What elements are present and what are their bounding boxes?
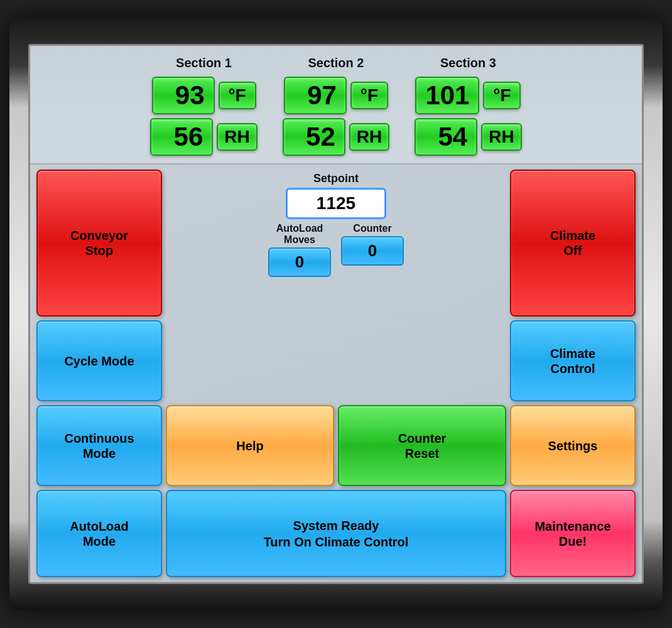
setpoint-label: Setpoint xyxy=(313,172,359,185)
section2-rh-value: 52 xyxy=(283,118,345,156)
outer-frame: Section 1 93 °F 56 RH Section 2 97 °F xyxy=(9,19,663,609)
counter-reset-button[interactable]: CounterReset xyxy=(338,405,506,486)
section3-rh-value: 54 xyxy=(415,118,477,156)
control-section: ConveyorStop Setpoint AutoLoadMoves 0 Co… xyxy=(30,165,642,582)
section2-temp-unit: °F xyxy=(350,82,388,109)
section3-temp-unit: °F xyxy=(483,82,521,109)
section1-temp-unit: °F xyxy=(219,82,256,109)
section1-rh-row: 56 RH xyxy=(150,118,257,156)
autoload-moves-value: 0 xyxy=(268,247,331,277)
climate-control-button[interactable]: ClimateControl xyxy=(510,320,636,401)
autoload-mode-button[interactable]: AutoLoadMode xyxy=(36,490,162,577)
counter-cell: Counter 0 xyxy=(341,223,404,266)
section2-temp-value: 97 xyxy=(284,77,347,114)
section1-temp-value: 93 xyxy=(152,77,215,114)
autoload-moves-cell: AutoLoadMoves 0 xyxy=(268,223,331,277)
counter-label: Counter xyxy=(353,223,391,234)
help-counter-row: Help CounterReset xyxy=(166,405,506,486)
autoload-moves-label: AutoLoadMoves xyxy=(276,223,323,246)
section2-title: Section 2 xyxy=(308,56,364,70)
center-row2-spacer xyxy=(166,320,506,401)
section2-rh-row: 52 RH xyxy=(283,118,389,156)
section1-rh-unit: RH xyxy=(217,123,257,151)
section2-rh-unit: RH xyxy=(349,123,389,151)
status-bar: System ReadyTurn On Climate Control xyxy=(166,490,506,577)
sensor-group-1: Section 1 93 °F 56 RH xyxy=(150,56,257,156)
cycle-mode-button[interactable]: Cycle Mode xyxy=(36,320,162,401)
setpoint-input[interactable] xyxy=(286,188,386,219)
continuous-mode-button[interactable]: ContinuousMode xyxy=(36,405,162,486)
section1-temp-row: 93 °F xyxy=(152,77,256,114)
screen: Section 1 93 °F 56 RH Section 2 97 °F xyxy=(28,44,644,584)
counters-container: AutoLoadMoves 0 Counter 0 xyxy=(172,223,500,277)
section3-rh-row: 54 RH xyxy=(415,118,521,156)
maintenance-due-button[interactable]: MaintenanceDue! xyxy=(510,490,636,577)
settings-button[interactable]: Settings xyxy=(510,405,636,486)
section3-rh-unit: RH xyxy=(481,123,521,151)
conveyor-stop-button[interactable]: ConveyorStop xyxy=(36,170,162,317)
sensor-group-3: Section 3 101 °F 54 RH xyxy=(415,56,521,156)
section2-temp-row: 97 °F xyxy=(284,77,388,114)
section3-temp-value: 101 xyxy=(415,77,479,114)
counter-value: 0 xyxy=(341,236,404,266)
section1-title: Section 1 xyxy=(176,56,232,70)
section3-title: Section 3 xyxy=(440,56,496,70)
section3-temp-row: 101 °F xyxy=(415,77,521,114)
sensor-group-2: Section 2 97 °F 52 RH xyxy=(283,56,389,156)
setpoint-container: Setpoint xyxy=(286,172,386,219)
sensor-section: Section 1 93 °F 56 RH Section 2 97 °F xyxy=(30,46,642,165)
section1-rh-value: 56 xyxy=(150,118,213,156)
climate-off-button[interactable]: ClimateOff xyxy=(510,170,636,317)
help-button[interactable]: Help xyxy=(166,405,334,486)
